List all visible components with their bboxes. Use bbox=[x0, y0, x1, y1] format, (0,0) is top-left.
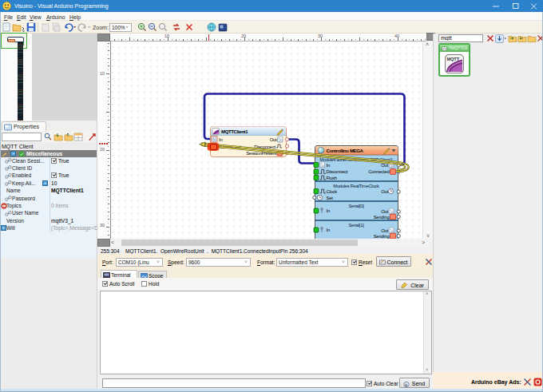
svg-text:MQTT: MQTT bbox=[447, 57, 460, 61]
svg-text:Connected: Connected bbox=[368, 169, 389, 174]
svg-text:In: In bbox=[219, 137, 222, 142]
svg-text:a: a bbox=[405, 382, 407, 386]
svg-text:MQTTClient1: MQTTClient1 bbox=[221, 129, 248, 134]
svg-text:Disconnect: Disconnect bbox=[327, 169, 348, 174]
svg-text:Out: Out bbox=[381, 228, 388, 233]
svg-text:Modules RealTimeClock: Modules RealTimeClock bbox=[333, 184, 379, 188]
svg-text:In: In bbox=[327, 163, 330, 168]
svg-text:Out: Out bbox=[270, 137, 277, 142]
svg-text:In: In bbox=[327, 208, 330, 213]
svg-text:Flush: Flush bbox=[327, 176, 337, 180]
svg-text:Sending: Sending bbox=[374, 215, 390, 220]
svg-text:Serial[0]: Serial[0] bbox=[348, 204, 364, 208]
svg-text:Out: Out bbox=[381, 209, 388, 214]
svg-text:Sending: Sending bbox=[374, 234, 390, 239]
svg-text:Out: Out bbox=[381, 189, 388, 194]
svg-text:In: In bbox=[327, 228, 330, 232]
svg-text:Clock: Clock bbox=[327, 189, 338, 194]
svg-text:Set: Set bbox=[327, 196, 334, 200]
svg-text:Serial[1]: Serial[1] bbox=[348, 223, 364, 228]
svg-text:Controllino MEGA: Controllino MEGA bbox=[327, 148, 364, 153]
